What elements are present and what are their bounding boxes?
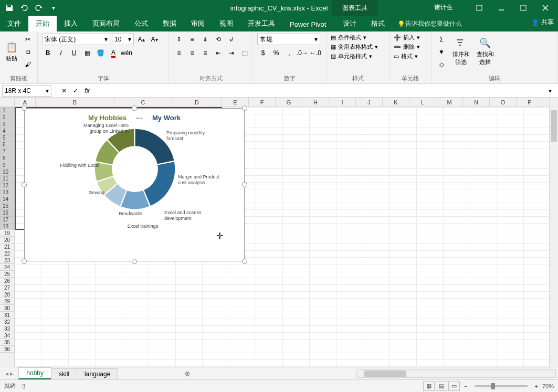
row-header[interactable]: 1 <box>0 107 14 114</box>
row-header[interactable]: 26 <box>0 278 14 284</box>
scrollbar-thumb[interactable] <box>551 110 557 142</box>
autosum-icon[interactable]: Σ <box>436 34 447 45</box>
row-header[interactable]: 30 <box>0 305 14 312</box>
maximize-icon[interactable] <box>513 0 534 16</box>
row-header[interactable]: 29 <box>0 298 14 305</box>
row-header[interactable]: 10 <box>0 168 14 175</box>
save-icon[interactable] <box>3 2 16 14</box>
sheet-tab-language[interactable]: language <box>77 368 118 379</box>
tab-file[interactable]: 文件 <box>0 16 28 31</box>
delete-cells-button[interactable]: ➖ 删除 ▾ <box>394 43 420 51</box>
resize-handle[interactable] <box>22 105 27 111</box>
scrollbar-thumb[interactable] <box>364 370 406 377</box>
cells-area[interactable]: My Hobbies --- My Work Preparing monthly… <box>15 107 549 367</box>
row-header[interactable]: 35 <box>0 339 14 346</box>
qat-customize-icon[interactable]: ▾ <box>47 2 60 14</box>
tab-formulas[interactable]: 公式 <box>127 16 155 31</box>
decrease-decimal-icon[interactable]: ←.0 <box>310 47 321 59</box>
increase-indent-icon[interactable]: ⇥ <box>226 47 237 59</box>
row-header[interactable]: 22 <box>0 250 14 257</box>
find-select-button[interactable]: 🔍 查找和选择 <box>475 34 496 68</box>
conditional-formatting-button[interactable]: ▤ 条件格式 ▾ <box>331 34 366 41</box>
column-header[interactable]: J <box>356 98 383 107</box>
decrease-indent-icon[interactable]: ⇤ <box>213 47 224 59</box>
row-header[interactable]: 3 <box>0 121 14 128</box>
align-right-icon[interactable]: ≡ <box>199 47 211 59</box>
zoom-slider[interactable] <box>475 385 528 387</box>
zoom-out-button[interactable]: − <box>464 383 467 389</box>
zoom-in-button[interactable]: + <box>535 383 538 389</box>
align-top-icon[interactable]: ⇞ <box>173 34 185 45</box>
sheet-tab-skill[interactable]: skill <box>51 368 77 379</box>
sort-filter-button[interactable]: 排序和筛选 <box>450 34 471 68</box>
vertical-scrollbar[interactable] <box>549 98 558 367</box>
insert-function-icon[interactable]: fx <box>81 85 93 97</box>
column-header[interactable]: H <box>302 98 329 107</box>
accounting-format-icon[interactable]: $ <box>257 47 269 59</box>
increase-decimal-icon[interactable]: .0→ <box>297 47 308 59</box>
tell-me-search[interactable]: 💡 告诉我你想要做什么 <box>392 16 467 31</box>
borders-icon[interactable]: ▦ <box>81 47 93 59</box>
align-center-icon[interactable]: ≡ <box>186 47 198 59</box>
resize-handle[interactable] <box>132 105 137 111</box>
insert-cells-button[interactable]: ➕ 插入 ▾ <box>394 34 420 41</box>
cut-icon[interactable]: ✂ <box>22 34 34 45</box>
row-header[interactable]: 23 <box>0 257 14 264</box>
ribbon-display-options-icon[interactable] <box>469 0 490 16</box>
horizontal-scrollbar[interactable] <box>356 369 556 378</box>
zoom-slider-thumb[interactable] <box>491 383 495 389</box>
clear-icon[interactable]: ◇ <box>436 59 447 70</box>
tab-developer[interactable]: 开发工具 <box>240 16 282 31</box>
column-header[interactable]: P <box>517 98 543 107</box>
select-all-triangle[interactable] <box>0 98 14 107</box>
percent-format-icon[interactable]: % <box>270 47 282 59</box>
row-header[interactable]: 7 <box>0 148 14 155</box>
row-header[interactable]: 17 <box>0 216 14 223</box>
row-header[interactable]: 12 <box>0 182 14 189</box>
row-header[interactable]: 16 <box>0 209 14 216</box>
column-header[interactable]: G <box>276 98 302 107</box>
normal-view-icon[interactable]: ▦ <box>423 382 435 391</box>
align-bottom-icon[interactable]: ⇟ <box>199 34 211 45</box>
column-header[interactable]: L <box>409 98 436 107</box>
row-header[interactable]: 11 <box>0 175 14 182</box>
column-header[interactable]: M <box>436 98 463 107</box>
column-header[interactable]: I <box>329 98 356 107</box>
column-header[interactable]: C <box>114 98 172 107</box>
row-header[interactable]: 2 <box>0 114 14 121</box>
enter-formula-icon[interactable]: ✓ <box>70 85 81 97</box>
align-middle-icon[interactable]: ≡ <box>186 34 198 45</box>
page-layout-view-icon[interactable]: ▤ <box>436 382 447 391</box>
row-header[interactable]: 33 <box>0 325 14 332</box>
column-header[interactable]: N <box>463 98 490 107</box>
row-header[interactable]: 31 <box>0 312 14 319</box>
resize-handle[interactable] <box>132 259 137 264</box>
redo-icon[interactable] <box>33 2 45 14</box>
worksheet-grid[interactable]: ABCDEFGHIJKLMNOP 12345678910111213141516… <box>0 98 558 367</box>
new-sheet-button[interactable]: ⊕ <box>181 368 194 379</box>
font-size-select[interactable]: 10▾ <box>112 34 134 45</box>
row-header[interactable]: 20 <box>0 237 14 243</box>
row-header[interactable]: 8 <box>0 155 14 162</box>
row-header[interactable]: 34 <box>0 332 14 339</box>
row-header[interactable]: 15 <box>0 203 14 209</box>
row-header[interactable]: 4 <box>0 128 14 134</box>
row-header[interactable]: 18 <box>0 223 14 230</box>
bold-icon[interactable]: B <box>42 47 54 59</box>
format-as-table-button[interactable]: ▦ 套用表格格式 ▾ <box>331 43 378 51</box>
resize-handle[interactable] <box>242 259 247 264</box>
row-header[interactable]: 13 <box>0 189 14 196</box>
tab-review[interactable]: 审阅 <box>184 16 212 31</box>
tab-chart-design[interactable]: 设计 <box>335 16 364 31</box>
tab-chart-format[interactable]: 格式 <box>364 16 392 31</box>
row-header[interactable]: 36 <box>0 346 14 353</box>
copy-icon[interactable]: ⧉ <box>22 46 34 58</box>
increase-font-icon[interactable]: A▴ <box>135 34 147 45</box>
font-name-select[interactable]: 宋体 (正文)▾ <box>42 34 110 45</box>
row-header[interactable]: 6 <box>0 141 14 148</box>
merge-center-icon[interactable]: ⬚ <box>239 47 250 59</box>
tab-powerpivot[interactable]: Power Pivot <box>282 17 333 31</box>
column-header[interactable]: D <box>172 98 222 107</box>
row-header[interactable]: 27 <box>0 284 14 291</box>
row-header[interactable]: 14 <box>0 196 14 203</box>
